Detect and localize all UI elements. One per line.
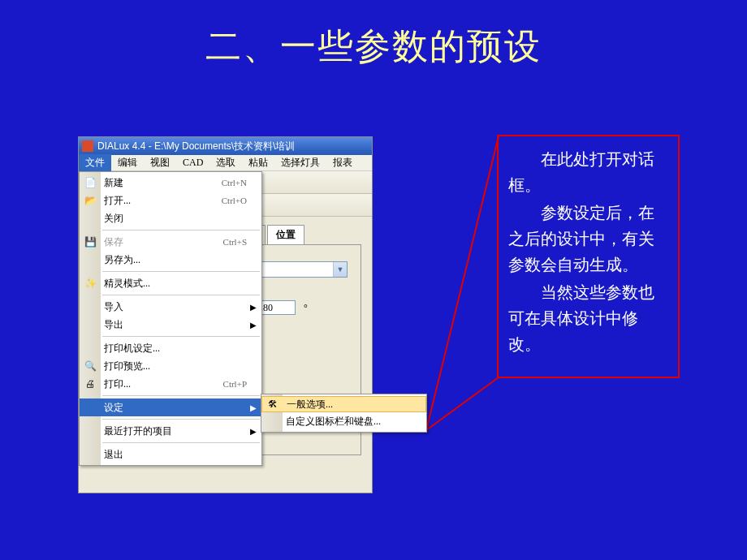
mi-save-label: 保存: [104, 235, 123, 249]
sub-customize-label: 自定义图标栏和键盘...: [286, 415, 381, 429]
tools-icon: 🛠: [266, 397, 280, 411]
callout-p1: 在此处打开对话框。: [508, 146, 668, 198]
mi-close-label: 关闭: [104, 212, 123, 226]
menu-file[interactable]: 文件: [79, 154, 111, 171]
menu-view[interactable]: 视图: [144, 154, 176, 171]
open-folder-icon: 📂: [83, 193, 97, 208]
mi-saveas-label: 另存为...: [104, 253, 140, 267]
window-title: DIALux 4.4 - E:\My Documents\技术资料\培训: [97, 140, 295, 153]
svg-line-1: [426, 377, 499, 430]
save-icon: 💾: [83, 235, 97, 249]
mi-export-label: 导出: [104, 318, 123, 332]
callout-p2: 参数设定后，在之后的设计中，有关参数会自动生成。: [508, 200, 668, 278]
titlebar: DIALux 4.4 - E:\My Documents\技术资料\培训: [79, 137, 372, 155]
menu-item-wizard[interactable]: ✨ 精灵模式...: [80, 274, 261, 292]
callout-box: 在此处打开对话框。 参数设定后，在之后的设计中，有关参数会自动生成。 当然这些参…: [497, 135, 680, 378]
menu-item-new[interactable]: 📄 新建 Ctrl+N: [80, 174, 261, 192]
chevron-right-icon: ▶: [250, 403, 257, 412]
chevron-right-icon: ▶: [250, 303, 257, 312]
tab-position[interactable]: 位置: [267, 225, 304, 244]
mi-printer-label: 打印机设定...: [104, 342, 160, 355]
chevron-right-icon: ▶: [250, 321, 257, 330]
menu-select[interactable]: 选取: [209, 154, 242, 171]
menu-item-open[interactable]: 📂 打开... Ctrl+O: [80, 192, 261, 209]
svg-line-0: [426, 136, 499, 430]
menu-item-saveas[interactable]: 另存为...: [80, 251, 261, 269]
menu-luminaire[interactable]: 选择灯具: [274, 154, 326, 171]
mi-save-shortcut: Ctrl+S: [223, 237, 247, 247]
sub-general-label: 一般选项...: [287, 398, 333, 411]
menu-separator: [102, 419, 260, 420]
settings-submenu: 🛠 一般选项... 自定义图标栏和键盘...: [261, 394, 427, 433]
app-icon: [82, 140, 93, 152]
mi-preview-label: 打印预览...: [104, 360, 150, 373]
chevron-down-icon: ▼: [333, 262, 347, 277]
menu-item-close[interactable]: 关闭: [80, 209, 261, 227]
wizard-icon: ✨: [83, 276, 97, 291]
mi-recent-label: 最近打开的项目: [104, 424, 172, 438]
mi-print-label: 打印...: [104, 377, 131, 391]
mi-new-label: 新建: [104, 176, 123, 190]
mi-print-shortcut: Ctrl+P: [223, 379, 247, 389]
menu-item-print-preview[interactable]: 🔍 打印预览...: [80, 357, 261, 375]
menu-report[interactable]: 报表: [326, 154, 359, 171]
file-dropdown: 📄 新建 Ctrl+N 📂 打开... Ctrl+O 关闭 💾 保存 Ctrl+…: [79, 171, 262, 466]
chevron-right-icon: ▶: [250, 427, 257, 436]
menu-item-save[interactable]: 💾 保存 Ctrl+S: [80, 233, 261, 251]
mi-import-label: 导入: [104, 300, 123, 314]
callout-p3: 当然这些参数也可在具体设计中修改。: [508, 279, 668, 357]
menu-item-recent[interactable]: 最近打开的项目 ▶: [80, 422, 261, 440]
submenu-item-customize[interactable]: 自定义图标栏和键盘...: [261, 412, 426, 430]
menu-item-import[interactable]: 导入 ▶: [80, 298, 261, 316]
menu-item-print[interactable]: 🖨 打印... Ctrl+P: [80, 375, 261, 393]
print-icon: 🖨: [83, 377, 97, 391]
width-unit: °: [304, 302, 308, 314]
menu-item-exit[interactable]: 退出: [80, 446, 261, 463]
slide-title: 二、一些参数的预设: [0, 0, 747, 71]
menu-separator: [102, 230, 260, 230]
menu-item-printer-setup[interactable]: 打印机设定...: [80, 339, 261, 357]
print-preview-icon: 🔍: [83, 359, 97, 373]
mi-settings-label: 设定: [104, 401, 123, 415]
menu-item-settings[interactable]: 设定 ▶: [80, 398, 261, 416]
mi-wizard-label: 精灵模式...: [104, 277, 150, 291]
new-file-icon: 📄: [83, 175, 97, 190]
mi-new-shortcut: Ctrl+N: [222, 178, 247, 187]
menu-paste[interactable]: 粘贴: [242, 154, 274, 171]
menu-item-export[interactable]: 导出 ▶: [80, 316, 261, 334]
menubar: 文件 编辑 视图 CAD 选取 粘贴 选择灯具 报表: [79, 155, 372, 171]
mi-exit-label: 退出: [104, 448, 123, 462]
menu-separator: [102, 336, 260, 337]
app-window: DIALux 4.4 - E:\My Documents\技术资料\培训 文件 …: [78, 136, 373, 493]
menu-separator: [102, 295, 260, 295]
menu-cad[interactable]: CAD: [176, 155, 209, 170]
menu-separator: [102, 271, 260, 272]
mi-open-label: 打开...: [104, 194, 131, 208]
submenu-item-general[interactable]: 🛠 一般选项...: [261, 396, 426, 412]
menu-separator: [102, 442, 260, 443]
menu-edit[interactable]: 编辑: [111, 154, 144, 171]
mi-open-shortcut: Ctrl+O: [222, 196, 247, 205]
menu-separator: [102, 395, 260, 396]
